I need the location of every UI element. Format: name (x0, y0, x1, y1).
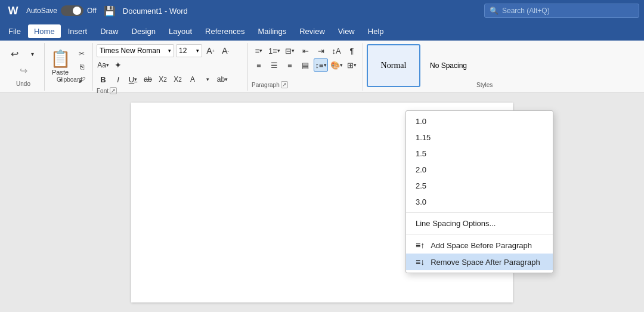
style-normal[interactable]: Normal (367, 44, 420, 87)
align-center-button[interactable]: ☰ (267, 58, 281, 72)
sort-button[interactable]: ↕A (329, 44, 343, 57)
multilevel-list-button[interactable]: ⊟▾ (283, 44, 297, 57)
spacing-1-0-label: 1.0 (416, 117, 426, 126)
undo-redo-buttons: ↩ ▾ (6, 45, 41, 62)
numbering-button[interactable]: 1≡▾ (267, 44, 281, 57)
menu-design[interactable]: Design (126, 24, 162, 38)
menu-review[interactable]: Review (293, 24, 331, 38)
show-hide-button[interactable]: ¶ (345, 44, 359, 57)
search-bar[interactable]: 🔍 Search (Alt+Q) (484, 4, 639, 18)
undo-dropdown[interactable]: ▾ (24, 45, 41, 62)
font-name-select[interactable]: Times New Roman ▾ (97, 44, 174, 57)
dropdown-divider-1 (406, 212, 553, 213)
spacing-2-5-label: 2.5 (416, 181, 426, 190)
doc-title: Document1 - Word (123, 7, 188, 16)
search-icon: 🔍 (490, 7, 499, 15)
line-spacing-options-label: Line Spacing Options... (416, 219, 496, 228)
redo-button[interactable]: ↪ (15, 62, 32, 79)
font-group: Times New Roman ▾ 12 ▾ A+ A- Aa▾ ✦ B I U… (93, 43, 248, 91)
menu-insert[interactable]: Insert (62, 24, 94, 38)
shading-button[interactable]: 🎨▾ (329, 58, 343, 72)
justify-button[interactable]: ▤ (298, 58, 312, 72)
spacing-1-0[interactable]: 1.0 (406, 113, 553, 129)
increase-indent-button[interactable]: ⇥ (314, 44, 328, 57)
spacing-1-15[interactable]: 1.15 (406, 129, 553, 146)
italic-button[interactable]: I (112, 73, 125, 86)
cut-button[interactable]: ✂ (76, 48, 88, 60)
borders-button[interactable]: ⊞▾ (345, 58, 359, 72)
underline-button[interactable]: U▾ (126, 73, 140, 86)
decrease-indent-button[interactable]: ⇤ (298, 44, 312, 57)
paste-icon: 📋 (50, 51, 71, 67)
strikethrough-button[interactable]: ab (141, 73, 154, 86)
font-size-dropdown-icon: ▾ (196, 48, 199, 54)
font-name-value: Times New Roman (100, 47, 160, 55)
spacing-3-0-label: 3.0 (416, 197, 426, 206)
clear-format-button[interactable]: ✦ (112, 58, 125, 72)
undo-label: Undo (16, 81, 30, 88)
font-row-1: Times New Roman ▾ 12 ▾ A+ A- (97, 44, 244, 57)
menu-references[interactable]: References (199, 24, 250, 38)
spacing-2-0-label: 2.0 (416, 165, 426, 174)
increase-font-button[interactable]: A+ (204, 44, 217, 57)
menu-layout[interactable]: Layout (163, 24, 198, 38)
subscript-button[interactable]: X2 (156, 73, 169, 86)
menu-draw[interactable]: Draw (94, 24, 124, 38)
autosave-toggle[interactable] (61, 5, 83, 16)
menu-home[interactable]: Home (28, 24, 61, 38)
spacing-2-5[interactable]: 2.5 (406, 178, 553, 194)
align-right-button[interactable]: ≡ (283, 58, 297, 72)
spacing-3-0[interactable]: 3.0 (406, 194, 553, 210)
save-icon[interactable]: 💾 (104, 5, 116, 17)
add-space-label: Add Space Before Paragraph (431, 241, 532, 250)
styles-label: Styles (476, 82, 493, 89)
paste-label: Paste (52, 69, 69, 76)
line-spacing-button[interactable]: ↕≡▾ (314, 58, 328, 72)
style-no-spacing-label: No Spacing (430, 61, 467, 70)
menubar: File Home Insert Draw Design Layout Refe… (0, 21, 644, 41)
spacing-1-5[interactable]: 1.5 (406, 146, 553, 162)
paragraph-dialog-launcher[interactable]: ↗ (281, 81, 288, 88)
highlight-dropdown[interactable] (231, 73, 244, 86)
font-name-dropdown-icon: ▾ (168, 48, 171, 54)
search-placeholder: Search (Alt+Q) (502, 7, 550, 15)
line-spacing-dropdown: 1.0 1.15 1.5 2.0 2.5 3.0 Line Spacing Op… (405, 110, 553, 273)
menu-view[interactable]: View (332, 24, 361, 38)
font-row-3: B I U▾ ab X2 X2 A ▾ ab▾ (97, 73, 244, 86)
dropdown-divider-2 (406, 234, 553, 234)
font-size-select[interactable]: 12 ▾ (176, 44, 202, 57)
bullets-button[interactable]: ≡▾ (252, 44, 266, 57)
menu-mailings[interactable]: Mailings (252, 24, 293, 38)
highlight-button[interactable]: ab▾ (216, 73, 229, 86)
clipboard-group: 📋 Paste ▾ ✂ ⎘ 🖌 Clipboard (45, 43, 93, 91)
add-space-before-paragraph[interactable]: ≡↑ Add Space Before Paragraph (406, 237, 553, 254)
styles-group: Normal No Spacing Styles (363, 43, 642, 91)
autosave-label: AutoSave (26, 7, 57, 15)
font-color-dropdown[interactable]: ▾ (201, 73, 214, 86)
line-spacing-options[interactable]: Line Spacing Options... (406, 215, 553, 231)
superscript-button[interactable]: X2 (171, 73, 184, 86)
change-case-button[interactable]: Aa▾ (97, 58, 110, 72)
font-color-button[interactable]: A (186, 73, 199, 86)
spacing-2-0[interactable]: 2.0 (406, 162, 553, 178)
paragraph-group: ≡▾ 1≡▾ ⊟▾ ⇤ ⇥ ↕A ¶ ≡ ☰ ≡ ▤ ↕≡▾ 🎨▾ ⊞▾ Par… (248, 43, 363, 91)
remove-space-label: Remove Space After Paragraph (431, 258, 540, 267)
style-no-spacing[interactable]: No Spacing (422, 44, 475, 87)
undo-group: ↩ ▾ ↪ Undo (2, 43, 45, 91)
bold-button[interactable]: B (97, 73, 110, 86)
menu-help[interactable]: Help (362, 24, 390, 38)
para-row-2: ≡ ☰ ≡ ▤ ↕≡▾ 🎨▾ ⊞▾ (252, 58, 359, 72)
para-row-1: ≡▾ 1≡▾ ⊟▾ ⇤ ⇥ ↕A ¶ (252, 44, 359, 57)
undo-button[interactable]: ↩ (6, 45, 23, 62)
remove-space-after-paragraph[interactable]: ≡↓ Remove Space After Paragraph (406, 254, 553, 270)
ribbon: ↩ ▾ ↪ Undo 📋 Paste ▾ ✂ ⎘ 🖌 Clipboard Tim… (0, 41, 644, 93)
decrease-font-button[interactable]: A- (219, 44, 232, 57)
autosave-area: AutoSave Off (26, 5, 97, 16)
font-row-2: Aa▾ ✦ (97, 58, 244, 72)
align-left-button[interactable]: ≡ (252, 58, 266, 72)
app-logo: W (5, 2, 21, 19)
font-dialog-launcher[interactable]: ↗ (110, 87, 117, 94)
copy-button[interactable]: ⎘ (76, 61, 88, 73)
titlebar: W AutoSave Off 💾 Document1 - Word 🔍 Sear… (0, 0, 644, 21)
menu-file[interactable]: File (2, 24, 27, 38)
